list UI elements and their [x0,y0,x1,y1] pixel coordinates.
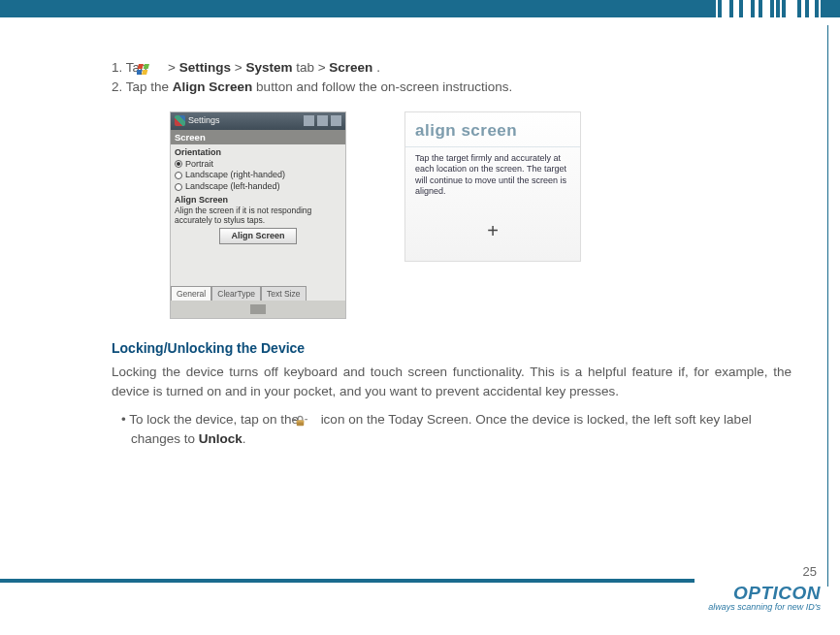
page-number: 25 [803,564,817,579]
step2-align: Align Screen [173,79,253,94]
step1-gt1: > [168,60,179,75]
orientation-label: Orientation [175,147,341,158]
header-bar [0,0,840,17]
opt-land-r-label: Landscape (right-handed) [185,170,285,180]
radio-icon [175,160,182,168]
keyboard-icon [250,304,266,314]
brand-name: OPTICON [708,583,821,604]
brand-tagline: always scanning for new ID's [708,602,821,612]
shot2-title: align screen [405,112,580,148]
step-2: 2. Tap the Align Screen button and follo… [112,78,792,97]
numbered-steps: 1. Tap > Settings > System tab > Screen … [112,58,792,98]
step-1: 1. Tap > Settings > System tab > Screen … [112,58,792,78]
shot1-screen-header: Screen [171,130,345,144]
step2-prefix: 2. Tap the [112,79,173,94]
opt-land-left: Landscape (left-handed) [175,181,341,192]
bullet-pre: • To lock the device, tap on the [121,412,303,427]
step2-rest: button and follow the on-screen instruct… [256,79,512,94]
lock-icon [303,413,317,428]
page-content: 1. Tap > Settings > System tab > Screen … [112,58,792,449]
tab-cleartype: ClearType [211,286,261,301]
bullet-end: . [242,431,246,446]
header-stripes [716,0,821,17]
section-heading: Locking/Unlocking the Device [112,338,792,359]
speaker-icon [317,115,328,126]
shot1-title: Settings [188,115,220,126]
radio-icon [175,172,182,179]
opt-land-l-label: Landscape (left-handed) [185,181,280,192]
shot1-bottom-tabs: General ClearType Text Size [171,286,345,301]
radio-icon [175,183,182,191]
sip-bar [171,301,345,318]
tab-textsize: Text Size [261,286,307,301]
step1-settings: Settings [179,60,231,75]
svg-rect-3 [142,70,147,75]
screenshot-align-screen: align screen Tap the target firmly and a… [404,111,581,262]
svg-rect-7 [305,419,307,420]
svg-rect-5 [297,420,305,422]
bullet-unlock: Unlock [199,431,242,446]
ok-icon [331,115,341,126]
tab-general: General [171,286,211,301]
svg-rect-6 [293,419,296,420]
opt-land-right: Landscape (right-handed) [175,170,341,180]
svg-rect-1 [144,64,149,69]
svg-rect-0 [138,64,144,69]
footer-rule [0,579,695,583]
brand-block: OPTICON always scanning for new ID's [708,583,821,612]
signal-icon [304,115,314,126]
opt-portrait-label: Portrait [185,159,213,170]
step1-system: System [245,60,292,75]
opt-portrait: Portrait [175,159,341,170]
align-screen-button: Align Screen [219,228,297,244]
align-desc: Align the screen if it is not responding… [175,206,341,225]
shot2-text: Tap the target firmly and accurately at … [405,147,580,197]
start-flag-icon [175,115,185,126]
step1-tab: tab > [296,60,329,75]
step1-end: . [376,60,380,75]
screenshot-settings-screen: Settings Screen Orientation Portrait Lan… [170,111,346,320]
side-rule [827,25,828,587]
svg-rect-2 [137,70,142,75]
screenshots-row: Settings Screen Orientation Portrait Lan… [170,111,792,320]
align-screen-label: Align Screen [175,195,341,206]
start-icon [150,62,164,74]
shot1-titlebar: Settings [171,112,345,130]
shot1-body: Orientation Portrait Landscape (right-ha… [171,144,345,286]
section-body: Locking the device turns off keyboard an… [112,363,792,402]
step1-gt2: > [235,60,246,75]
lock-bullet: • To lock the device, tap on the icon on… [112,410,792,450]
step1-screen: Screen [329,60,372,75]
crosshair-icon: + [405,216,580,245]
